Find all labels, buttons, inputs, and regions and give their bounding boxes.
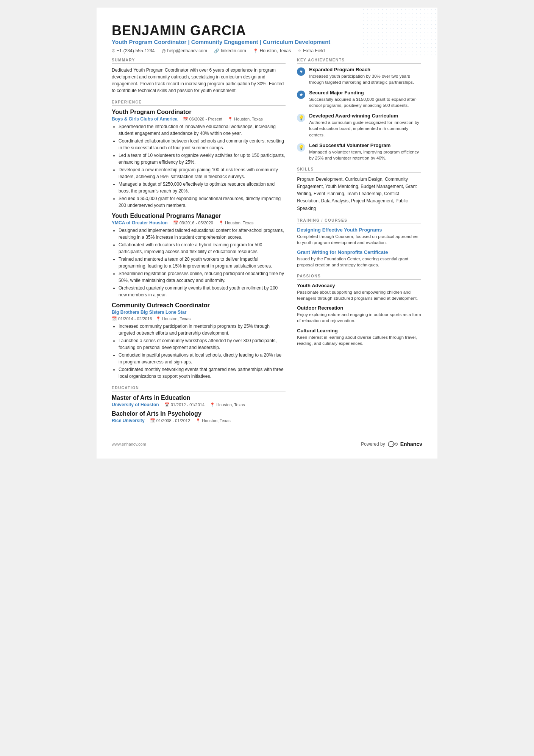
achievement-3-text: Authored a curriculum guide recognized f… — [309, 119, 421, 138]
training-2: Grant Writing for Nonprofits Certificate… — [297, 249, 421, 268]
achievement-1: ♥ Expanded Program Reach Increased youth… — [297, 67, 421, 85]
achievement-1-text: Increased youth participation by 30% ove… — [309, 73, 421, 85]
cal-icon-3: 📅 — [112, 316, 117, 321]
job-3-meta: Big Brothers Big Sisters Lone Star — [112, 310, 286, 315]
decorative-dot-pattern — [362, 8, 437, 57]
passion-1-title: Youth Advocacy — [297, 283, 421, 288]
job-3-datesloc: 📅 01/2014 - 02/2016 📍 Houston, Texas — [112, 316, 286, 321]
pin-icon-edu2: 📍 — [195, 418, 201, 423]
degree-2-meta: Rice University 📅 01/2008 - 01/2012 📍 Ho… — [112, 418, 286, 423]
achievement-4-title: Led Successful Volunteer Program — [309, 142, 421, 148]
contact-linkedin: 🔗 linkedin.com — [214, 48, 246, 53]
bulb-icon-1: 💡 — [297, 114, 305, 122]
passion-3-title: Cultural Learning — [297, 328, 421, 333]
passion-3: Cultural Learning Keen interest in learn… — [297, 328, 421, 346]
heart-icon: ♥ — [297, 67, 305, 76]
job-2: Youth Educational Programs Manager YMCA … — [112, 213, 286, 298]
contact-phone: ✆ +1-(234)-555-1234 — [112, 48, 155, 53]
achievement-3-content: Developed Award-winning Curriculum Autho… — [309, 113, 421, 138]
job-3-bullets: Increased community participation in men… — [112, 323, 286, 380]
achievement-2-text: Successfully acquired a $150,000 grant t… — [309, 96, 421, 108]
job-1-title: Youth Program Coordinator — [112, 109, 286, 116]
job-3: Community Outreach Coordinator Big Broth… — [112, 302, 286, 380]
bullet-item: Coordinated monthly networking events th… — [119, 366, 286, 380]
bullet-item: Managed a budget of $250,000 effectively… — [119, 181, 286, 194]
experience-title: EXPERIENCE — [112, 100, 286, 106]
cal-icon-1: 📅 — [183, 117, 188, 121]
achievement-4-content: Led Successful Volunteer Program Managed… — [309, 142, 421, 161]
job-2-meta: YMCA of Greater Houston 📅 03/2016 - 05/2… — [112, 220, 286, 225]
passion-1-text: Passionate about supporting and empoweri… — [297, 289, 421, 301]
pin-icon-1: 📍 — [228, 117, 233, 121]
cal-icon-edu1: 📅 — [164, 402, 170, 407]
job-2-location: 📍 Houston, Texas — [219, 221, 254, 225]
pin-icon-2: 📍 — [219, 221, 224, 225]
degree-1-name: Master of Arts in Education — [112, 394, 286, 401]
job-3-org: Big Brothers Big Sisters Lone Star — [112, 310, 186, 315]
skills-section: SKILLS Program Development, Curriculum D… — [297, 167, 421, 212]
passions-title: PASSIONS — [297, 274, 421, 280]
passion-2: Outdoor Recreation Enjoy exploring natur… — [297, 305, 421, 324]
job-3-title: Community Outreach Coordinator — [112, 302, 286, 309]
right-column: KEY ACHIEVEMENTS ♥ Expanded Program Reac… — [297, 58, 421, 429]
passion-2-text: Enjoy exploring nature and engaging in o… — [297, 311, 421, 324]
passion-3-text: Keen interest in learning about diverse … — [297, 334, 421, 346]
degree-1-meta: University of Houston 📅 01/2012 - 01/201… — [112, 402, 286, 407]
email-icon: @ — [161, 49, 166, 53]
left-column: SUMMARY Dedicated Youth Program Coordina… — [112, 58, 286, 429]
training-2-title: Grant Writing for Nonprofits Certificate — [297, 249, 421, 255]
degree-2-dates: 📅 01/2008 - 01/2012 — [150, 418, 190, 423]
location-icon: 📍 — [253, 49, 258, 53]
degree-1-location: 📍 Houston, Texas — [210, 402, 245, 407]
education-section: EDUCATION Master of Arts in Education Un… — [112, 386, 286, 423]
bullet-item: Trained and mentored a team of 20 youth … — [119, 256, 286, 269]
training-section: TRAINING / COURSES Designing Effective Y… — [297, 218, 421, 268]
job-1: Youth Program Coordinator Boys & Girls C… — [112, 109, 286, 209]
link-icon: 🔗 — [214, 49, 219, 53]
skills-text: Program Development, Curriculum Design, … — [297, 176, 421, 212]
footer-url: www.enhancv.com — [112, 442, 146, 446]
job-1-org: Boys & Girls Clubs of America — [112, 116, 178, 122]
job-2-org: YMCA of Greater Houston — [112, 220, 168, 225]
bullet-item: Designed and implemented tailored educat… — [119, 227, 286, 241]
enhancv-logo-icon — [387, 441, 398, 447]
contact-email: @ help@enhancv.com — [161, 48, 207, 53]
training-1-text: Completed through Coursera, focused on p… — [297, 233, 421, 246]
bullet-item: Spearheaded the introduction of innovati… — [119, 123, 286, 137]
degree-1-dates: 📅 01/2012 - 01/2014 — [164, 402, 205, 407]
star-icon: ☆ — [298, 49, 301, 53]
achievement-2-content: Secured Major Funding Successfully acqui… — [309, 90, 421, 108]
footer-brand: Powered by Enhancv — [361, 441, 422, 447]
achievement-3-title: Developed Award-winning Curriculum — [309, 113, 421, 119]
bullet-item: Conducted impactful presentations at loc… — [119, 352, 286, 365]
achievements-section: KEY ACHIEVEMENTS ♥ Expanded Program Reac… — [297, 58, 421, 161]
bullet-item: Coordinated collaboration between local … — [119, 138, 286, 151]
bulb-icon-2: 💡 — [297, 143, 305, 152]
summary-section: SUMMARY Dedicated Youth Program Coordina… — [112, 58, 286, 94]
job-2-dates: 📅 03/2016 - 05/2020 — [173, 221, 213, 225]
experience-section: EXPERIENCE Youth Program Coordinator Boy… — [112, 100, 286, 380]
degree-1-org: University of Houston — [112, 402, 159, 407]
job-1-meta: Boys & Girls Clubs of America 📅 06/2020 … — [112, 116, 286, 122]
cal-icon-edu2: 📅 — [150, 418, 155, 423]
main-content: SUMMARY Dedicated Youth Program Coordina… — [112, 58, 422, 429]
achievements-title: KEY ACHIEVEMENTS — [297, 58, 421, 64]
degree-2-location: 📍 Houston, Texas — [195, 418, 231, 423]
job-2-bullets: Designed and implemented tailored educat… — [112, 227, 286, 298]
achievement-2: ★ Secured Major Funding Successfully acq… — [297, 90, 421, 108]
job-2-title: Youth Educational Programs Manager — [112, 213, 286, 219]
passion-1: Youth Advocacy Passionate about supporti… — [297, 283, 421, 301]
contact-location: 📍 Houston, Texas — [253, 48, 291, 53]
page-footer: www.enhancv.com Powered by Enhancv — [112, 437, 422, 447]
degree-2: Bachelor of Arts in Psychology Rice Univ… — [112, 410, 286, 423]
pin-icon-edu1: 📍 — [210, 402, 215, 407]
bullet-item: Collaborated with educators to create a … — [119, 241, 286, 255]
star-filled-icon: ★ — [297, 91, 305, 99]
education-title: EDUCATION — [112, 386, 286, 391]
powered-by-label: Powered by — [361, 441, 385, 447]
achievement-2-title: Secured Major Funding — [309, 90, 421, 95]
enhancv-brand-name: Enhancv — [400, 441, 422, 447]
bullet-item: Increased community participation in men… — [119, 323, 286, 337]
training-1: Designing Effective Youth Programs Compl… — [297, 227, 421, 246]
achievement-4-text: Managed a volunteer team, improving prog… — [309, 149, 421, 161]
